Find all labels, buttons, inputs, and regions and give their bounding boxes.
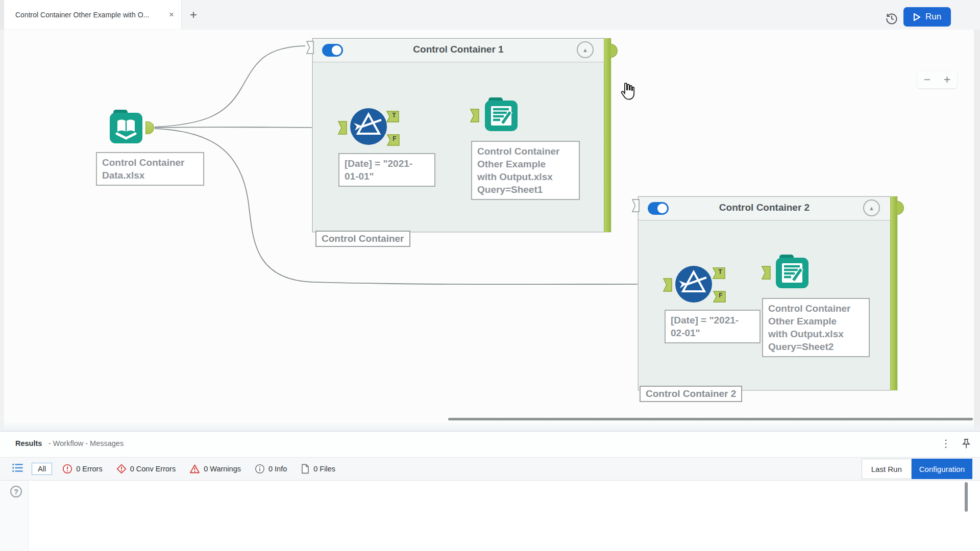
container-2-accent-bar bbox=[890, 196, 897, 390]
output-2-input-anchor[interactable] bbox=[762, 266, 774, 278]
configuration-button[interactable]: Configuration bbox=[912, 459, 972, 479]
filter-2-annotation[interactable]: [Date] = "2021- 02-01" bbox=[665, 310, 761, 343]
container-2-output-anchor[interactable] bbox=[897, 201, 904, 215]
results-title: Results bbox=[15, 439, 42, 447]
error-icon bbox=[62, 464, 72, 474]
play-icon bbox=[913, 13, 921, 21]
results-filter-row: All 0 Errors 0 Conv Errors bbox=[0, 457, 980, 481]
filter-info-label: 0 Info bbox=[268, 465, 287, 473]
false-anchor-label: F bbox=[390, 135, 399, 142]
help-icon: ? bbox=[14, 488, 18, 496]
filter-2-input-anchor[interactable] bbox=[663, 278, 675, 290]
conv-error-icon bbox=[116, 464, 127, 474]
container-1-header[interactable]: Control Container 1 ▲ bbox=[313, 39, 604, 62]
filter-tool-2[interactable] bbox=[675, 265, 713, 305]
list-icon bbox=[11, 462, 24, 474]
container-2-control-anchor[interactable] bbox=[632, 199, 640, 212]
true-anchor-label: T bbox=[716, 268, 724, 276]
filter-tool-1[interactable] bbox=[350, 108, 387, 147]
filter-errors-label: 0 Errors bbox=[76, 465, 103, 473]
filter-warnings-button[interactable]: 0 Warnings bbox=[189, 464, 241, 474]
container-2-collapse-button[interactable]: ▲ bbox=[863, 199, 880, 216]
anchor-flag-icon bbox=[762, 266, 771, 280]
filter-errors-button[interactable]: 0 Errors bbox=[62, 464, 103, 474]
container-1-control-anchor[interactable] bbox=[306, 41, 314, 54]
control-flag-icon bbox=[306, 41, 314, 54]
zoom-out-button[interactable]: − bbox=[917, 71, 937, 88]
anchor-flag-icon bbox=[338, 121, 347, 135]
message-list-view-button[interactable] bbox=[11, 462, 24, 476]
container-1-title: Control Container 1 bbox=[313, 44, 604, 55]
wire-input-to-filter1[interactable] bbox=[155, 127, 339, 128]
control-flag-icon bbox=[632, 199, 640, 212]
version-history-button[interactable] bbox=[884, 10, 900, 27]
history-icon bbox=[885, 11, 899, 26]
filter-all-button[interactable]: All bbox=[32, 463, 52, 475]
last-run-button[interactable]: Last Run bbox=[862, 459, 912, 479]
results-subtitle: - Workflow - Messages bbox=[48, 439, 124, 447]
wire-input-to-container1-control[interactable] bbox=[155, 46, 305, 127]
filter-conv-errors-label: 0 Conv Errors bbox=[130, 465, 176, 473]
workflow-canvas[interactable]: Control Container 1 ▲ Control Container … bbox=[0, 30, 980, 431]
container-2-header[interactable]: Control Container 2 ▲ bbox=[639, 197, 890, 220]
input-data-tool-icon bbox=[107, 109, 145, 146]
hand-cursor-icon bbox=[618, 81, 638, 104]
filter-1-annotation[interactable]: [Date] = "2021- 01-01" bbox=[338, 153, 435, 187]
file-icon bbox=[301, 464, 310, 474]
results-gutter: ? bbox=[0, 481, 29, 551]
container-1-caption[interactable]: Control Container bbox=[315, 231, 410, 247]
container-1-output-anchor[interactable] bbox=[610, 44, 618, 58]
filter-info-button[interactable]: 0 Info bbox=[255, 464, 287, 474]
filter-conv-errors-button[interactable]: 0 Conv Errors bbox=[116, 464, 176, 474]
results-vertical-scrollbar[interactable] bbox=[965, 482, 968, 512]
filter-2-false-anchor[interactable]: F bbox=[713, 291, 725, 303]
false-anchor-label: F bbox=[717, 292, 725, 299]
results-message-area: ? bbox=[0, 481, 980, 551]
filter-tool-icon bbox=[350, 108, 387, 145]
canvas-horizontal-scrollbar[interactable] bbox=[448, 418, 973, 420]
output-data-tool-icon bbox=[482, 96, 520, 134]
filter-2-true-anchor[interactable]: T bbox=[713, 267, 725, 279]
canvas-right-edge bbox=[974, 30, 980, 431]
tab-bar-edge bbox=[0, 0, 4, 30]
tab-bar: Control Container Other Example with O..… bbox=[0, 0, 980, 30]
container-1-collapse-button[interactable]: ▲ bbox=[577, 41, 594, 58]
anchor-flag-icon bbox=[470, 109, 479, 122]
configuration-label: Configuration bbox=[919, 465, 965, 473]
input-data-tool[interactable] bbox=[107, 109, 145, 148]
output-2-annotation[interactable]: Control Container Other Example with Out… bbox=[762, 298, 870, 357]
help-button[interactable]: ? bbox=[10, 486, 22, 497]
run-button-label: Run bbox=[925, 12, 941, 22]
workflow-tab-title: Control Container Other Example with O..… bbox=[15, 11, 164, 19]
filter-1-false-anchor[interactable]: F bbox=[387, 134, 399, 146]
warning-icon bbox=[189, 464, 200, 474]
input-tool-annotation[interactable]: Control Container Data.xlsx bbox=[96, 152, 204, 186]
container-2-caption[interactable]: Control Container 2 bbox=[640, 386, 742, 402]
close-tab-icon[interactable]: × bbox=[169, 10, 174, 20]
chevron-up-icon: ▲ bbox=[582, 47, 588, 53]
filter-1-true-anchor[interactable]: T bbox=[386, 111, 399, 122]
workflow-tab[interactable]: Control Container Other Example with O..… bbox=[4, 0, 182, 29]
input-tool-output-anchor[interactable] bbox=[145, 121, 154, 134]
filter-1-input-anchor[interactable] bbox=[338, 121, 350, 133]
filter-all-label: All bbox=[38, 465, 46, 473]
filter-files-button[interactable]: 0 Files bbox=[301, 464, 335, 474]
anchor-flag-icon bbox=[663, 278, 672, 292]
pin-panel-button[interactable] bbox=[961, 438, 972, 452]
new-tab-button[interactable]: + bbox=[182, 0, 205, 29]
container-2-title: Control Container 2 bbox=[639, 202, 890, 213]
canvas-bottom-fade bbox=[0, 421, 980, 431]
results-header: Results - Workflow - Messages ⋮ bbox=[0, 432, 980, 457]
zoom-in-button[interactable]: + bbox=[937, 71, 957, 88]
output-1-input-anchor[interactable] bbox=[470, 109, 482, 120]
run-button[interactable]: Run bbox=[903, 7, 951, 27]
output-data-tool-icon bbox=[773, 254, 811, 291]
output-1-annotation[interactable]: Control Container Other Example with Out… bbox=[471, 141, 580, 200]
output-data-tool-1[interactable] bbox=[482, 96, 520, 136]
canvas-left-edge bbox=[0, 30, 4, 431]
filter-files-label: 0 Files bbox=[313, 465, 335, 473]
true-anchor-label: T bbox=[390, 112, 398, 119]
zoom-control: − + bbox=[917, 71, 957, 88]
output-data-tool-2[interactable] bbox=[773, 254, 811, 293]
kebab-menu-icon[interactable]: ⋮ bbox=[941, 437, 951, 449]
